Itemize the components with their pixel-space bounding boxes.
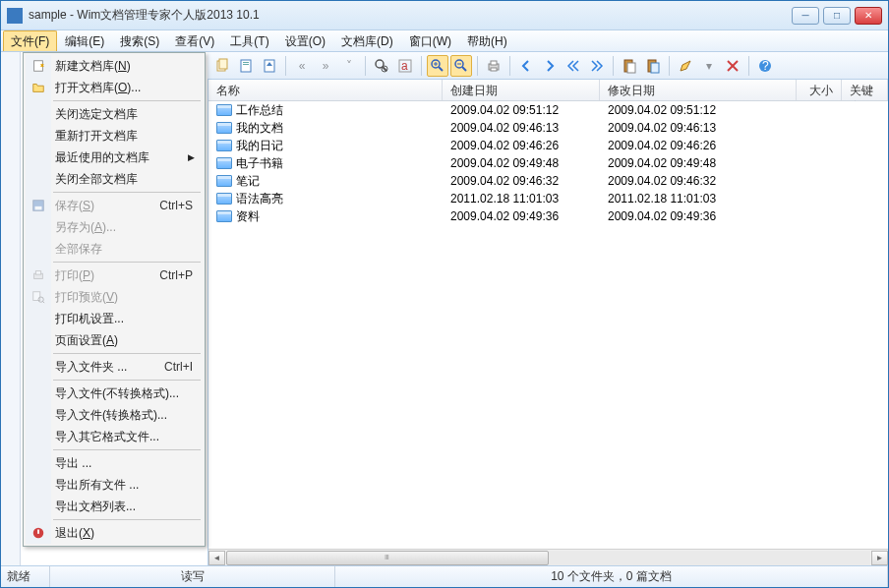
menu-item[interactable]: 导出文档列表... — [26, 496, 203, 517]
table-row[interactable]: 笔记2009.04.02 09:46:322009.04.02 09:46:32 — [208, 172, 888, 190]
menu-item[interactable]: 新建文档库(N) — [26, 55, 203, 77]
menu-help[interactable]: 帮助(H) — [459, 30, 515, 51]
svg-rect-2 — [241, 60, 251, 72]
tb-zoom-in-icon[interactable] — [427, 55, 448, 77]
col-size[interactable]: 大小 — [797, 80, 842, 100]
tb-dropdown-icon[interactable]: ▾ — [698, 55, 720, 77]
minimize-button[interactable]: ─ — [792, 7, 819, 25]
tb-find-icon[interactable] — [371, 55, 392, 77]
close-button[interactable]: ✕ — [855, 7, 882, 25]
tb-arrow-right-icon[interactable] — [539, 55, 561, 77]
tb-paste2-icon[interactable] — [642, 55, 664, 77]
submenu-arrow-icon: ▶ — [188, 152, 195, 162]
tb-help-icon[interactable]: ? — [754, 55, 776, 77]
col-keyword[interactable]: 关键字 — [842, 80, 888, 100]
tb-zoom-out-icon[interactable] — [450, 55, 472, 77]
tb-copy-icon[interactable] — [211, 55, 233, 77]
menu-tools[interactable]: 工具(T) — [222, 30, 276, 51]
tb-doc2-icon[interactable] — [259, 55, 280, 77]
menu-item-label: 最近使用的文档库 — [55, 149, 149, 166]
titlebar: sample - Wim文档管理专家个人版2013 10.1 ─ □ ✕ — [1, 1, 888, 30]
table-row[interactable]: 我的日记2009.04.02 09:46:262009.04.02 09:46:… — [208, 137, 888, 154]
menu-item[interactable]: 导入文件(转换格式)... — [26, 404, 203, 426]
row-modified: 2009.04.02 09:49:48 — [600, 156, 797, 170]
menu-item[interactable]: 打开文档库(O)... — [26, 77, 203, 98]
menu-settings[interactable]: 设置(O) — [277, 30, 333, 51]
horizontal-scrollbar[interactable]: ◄ Ⅲ ► — [208, 549, 888, 565]
tb-nav-up-icon[interactable]: ˅ — [338, 55, 360, 77]
tb-paste1-icon[interactable] — [619, 55, 640, 77]
row-name: 资料 — [236, 209, 260, 223]
menu-item[interactable]: 导入文件(不转换格式)... — [26, 382, 203, 404]
menubar: 文件(F) 编辑(E) 搜索(S) 查看(V) 工具(T) 设置(O) 文档库(… — [1, 30, 888, 52]
svg-text:?: ? — [762, 59, 769, 73]
menu-item-label: 退出(X) — [55, 525, 94, 542]
scroll-left-icon[interactable]: ◄ — [208, 551, 225, 565]
menu-item[interactable]: 导出 ... — [26, 452, 203, 474]
table-row[interactable]: 资料2009.04.02 09:49:362009.04.02 09:49:36 — [208, 207, 888, 225]
status-count: 10 个文件夹，0 篇文档 — [335, 566, 888, 587]
tb-doc1-icon[interactable] — [235, 55, 257, 77]
list-header: 名称 创建日期 修改日期 大小 关键字 — [208, 80, 888, 101]
menu-shortcut: Ctrl+P — [159, 268, 193, 282]
menu-item[interactable]: 页面设置(A) — [26, 329, 203, 351]
file-menu-dropdown: 新建文档库(N)打开文档库(O)...关闭选定文档库重新打开文档库最近使用的文档… — [23, 52, 206, 547]
menu-separator — [53, 100, 201, 101]
svg-rect-4 — [243, 64, 249, 65]
menu-item[interactable]: 导入文件夹 ...Ctrl+I — [26, 356, 203, 378]
menu-item[interactable]: 打印机设置... — [26, 308, 203, 329]
row-name: 语法高亮 — [236, 192, 283, 206]
svg-rect-33 — [35, 271, 40, 275]
tb-pen-icon[interactable] — [675, 55, 696, 77]
row-name: 我的文档 — [236, 121, 283, 135]
menu-view[interactable]: 查看(V) — [167, 30, 222, 51]
svg-line-12 — [439, 67, 443, 71]
menu-item[interactable]: 最近使用的文档库▶ — [26, 147, 203, 168]
menu-window[interactable]: 窗口(W) — [401, 30, 459, 51]
menu-item-label: 导入文件(转换格式)... — [55, 407, 167, 424]
svg-rect-31 — [35, 206, 42, 210]
tb-print-icon[interactable] — [483, 55, 504, 77]
col-created[interactable]: 创建日期 — [443, 80, 600, 100]
menu-doclib[interactable]: 文档库(D) — [333, 30, 401, 51]
tb-nav-back-icon[interactable]: « — [291, 55, 313, 77]
tb-sep — [509, 56, 510, 76]
svg-rect-34 — [33, 292, 40, 301]
table-row[interactable]: 电子书籍2009.04.02 09:49:482009.04.02 09:49:… — [208, 154, 888, 172]
menu-item[interactable]: 导入其它格式文件... — [26, 426, 203, 447]
menu-item: 全部保存 — [26, 238, 203, 260]
new-icon — [30, 58, 46, 74]
menu-item[interactable]: 关闭选定文档库 — [26, 103, 203, 125]
scroll-thumb[interactable]: Ⅲ — [226, 551, 549, 565]
scroll-track[interactable]: Ⅲ — [226, 551, 870, 565]
tb-nav-fwd-icon[interactable]: » — [315, 55, 336, 77]
menu-item[interactable]: 重新打开文档库 — [26, 125, 203, 147]
col-modified[interactable]: 修改日期 — [600, 80, 797, 100]
folder-icon — [216, 104, 232, 116]
file-list-pane: 名称 创建日期 修改日期 大小 关键字 工作总结2009.04.02 09:51… — [207, 80, 888, 565]
tb-delete-icon[interactable] — [722, 55, 743, 77]
table-row[interactable]: 语法高亮2011.02.18 11:01:032011.02.18 11:01:… — [208, 190, 888, 207]
table-row[interactable]: 我的文档2009.04.02 09:46:132009.04.02 09:46:… — [208, 119, 888, 137]
menu-item[interactable]: 退出(X) — [26, 522, 203, 544]
menu-item: 保存(S)Ctrl+S — [26, 195, 203, 216]
col-name[interactable]: 名称 — [208, 80, 443, 100]
menu-edit[interactable]: 编辑(E) — [57, 30, 112, 51]
tb-arrow-dleft-icon[interactable] — [563, 55, 584, 77]
menu-search[interactable]: 搜索(S) — [112, 30, 167, 51]
tb-arrow-left-icon[interactable] — [515, 55, 537, 77]
tb-arrow-dright-icon[interactable] — [586, 55, 608, 77]
menu-item[interactable]: 关闭全部文档库 — [26, 168, 203, 190]
row-created: 2009.04.02 09:49:36 — [443, 209, 600, 223]
table-row[interactable]: 工作总结2009.04.02 09:51:122009.04.02 09:51:… — [208, 101, 888, 119]
row-name: 电子书籍 — [236, 156, 283, 170]
maximize-button[interactable]: □ — [823, 7, 851, 25]
menu-item-label: 导出所有文件 ... — [55, 477, 139, 494]
menu-separator — [53, 519, 201, 520]
app-window: sample - Wim文档管理专家个人版2013 10.1 ─ □ ✕ 文件(… — [0, 0, 889, 588]
tb-annotate-icon[interactable]: a — [394, 55, 416, 77]
menu-file[interactable]: 文件(F) — [3, 30, 57, 51]
menu-item[interactable]: 导出所有文件 ... — [26, 474, 203, 496]
scroll-right-icon[interactable]: ► — [871, 551, 888, 565]
row-name: 笔记 — [236, 174, 260, 188]
